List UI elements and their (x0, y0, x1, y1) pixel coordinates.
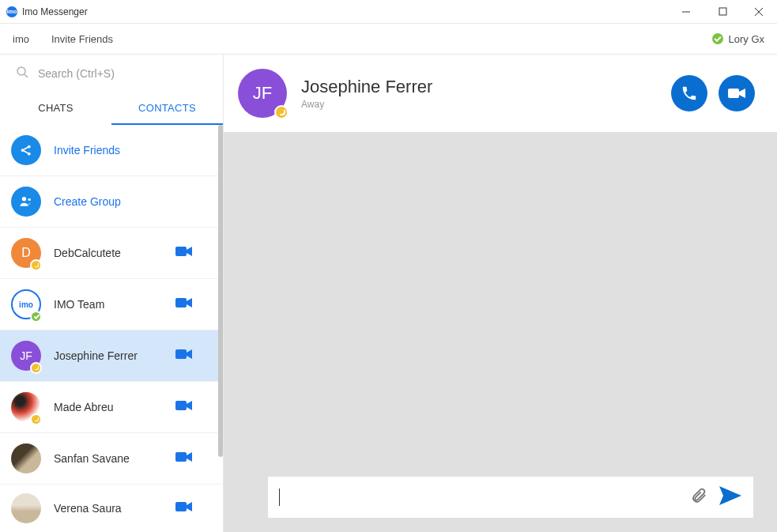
video-icon (727, 86, 746, 100)
send-button[interactable] (719, 485, 742, 509)
svg-line-9 (24, 147, 28, 149)
video-call-icon[interactable] (175, 399, 193, 415)
conversation-avatar[interactable]: JF (238, 69, 287, 118)
contact-row[interactable]: JF Josephine Ferrer (0, 330, 223, 382)
status-away-icon (274, 105, 289, 119)
window-titlebar: imo Imo Messenger (0, 0, 777, 24)
contact-name: Verena Saura (54, 502, 175, 515)
conversation-header: JF Josephine Ferrer Away (224, 55, 777, 132)
avatar (11, 443, 41, 474)
attach-button[interactable] (690, 487, 707, 507)
send-icon (719, 485, 742, 506)
avatar-initials: JF (253, 83, 272, 104)
menubar-left: imo Invite Friends (13, 33, 113, 45)
minimize-icon (681, 7, 691, 17)
svg-rect-17 (175, 452, 187, 462)
contact-name: Made Abreu (54, 401, 175, 413)
window-controls (668, 0, 777, 24)
user-status[interactable]: Lory Gx (712, 33, 764, 45)
status-online-icon (30, 311, 42, 323)
svg-rect-18 (175, 502, 187, 511)
avatar-letter: D (21, 246, 31, 260)
minimize-button[interactable] (668, 0, 704, 24)
sidebar: CHATS CONTACTS Invite Friends Create Gro… (0, 55, 224, 532)
menubar: imo Invite Friends Lory Gx (0, 24, 777, 54)
sidebar-action-label: Invite Friends (54, 144, 212, 157)
avatar-letter: JF (20, 349, 32, 362)
maximize-button[interactable] (704, 0, 741, 24)
svg-point-4 (17, 67, 25, 75)
window-title: Imo Messenger (22, 6, 88, 17)
contact-name: Josephine Ferrer (54, 349, 175, 362)
search-input[interactable] (38, 67, 207, 80)
video-call-button[interactable] (719, 75, 755, 111)
user-name: Lory Gx (728, 33, 764, 45)
avatar-letter: imo (19, 300, 33, 309)
close-button[interactable] (741, 0, 777, 24)
group-icon (11, 187, 41, 217)
search-icon (16, 66, 28, 81)
search-row (0, 55, 223, 92)
menu-invite-friends[interactable]: Invite Friends (51, 33, 113, 45)
contact-name: Sanfan Savane (54, 452, 175, 465)
tab-chats[interactable]: CHATS (0, 92, 111, 125)
sidebar-action-label: Create Group (54, 195, 212, 208)
app-logo-icon: imo (6, 6, 17, 17)
conversation-status: Away (301, 99, 657, 110)
contact-list: Invite Friends Create Group D DebCalcute… (0, 125, 223, 532)
contact-row[interactable]: D DebCalcutete (0, 228, 223, 279)
sidebar-action-create-group[interactable]: Create Group (0, 176, 223, 228)
close-icon (754, 7, 764, 17)
conversation-actions (671, 75, 755, 111)
conversation-pane: JF Josephine Ferrer Away (224, 55, 777, 532)
svg-rect-15 (175, 349, 187, 359)
svg-point-12 (28, 198, 31, 202)
message-input[interactable] (280, 491, 690, 504)
maximize-icon (719, 7, 727, 16)
svg-rect-1 (719, 8, 726, 15)
sidebar-tabs: CHATS CONTACTS (0, 92, 223, 125)
svg-rect-16 (175, 401, 187, 410)
contact-name: IMO Team (54, 298, 175, 311)
status-away-icon (30, 259, 42, 271)
contact-name: DebCalcutete (54, 247, 175, 259)
svg-line-5 (25, 74, 28, 77)
voice-call-button[interactable] (671, 75, 707, 111)
conversation-name: Josephine Ferrer (301, 77, 657, 97)
svg-rect-19 (728, 89, 739, 98)
menu-imo[interactable]: imo (13, 33, 29, 45)
share-icon (11, 135, 41, 165)
status-online-icon (712, 33, 723, 44)
contact-row[interactable]: Sanfan Savane (0, 433, 223, 485)
video-call-icon[interactable] (175, 451, 193, 466)
sidebar-action-invite[interactable]: Invite Friends (0, 125, 223, 176)
phone-icon (681, 85, 698, 102)
conversation-body (224, 132, 777, 532)
svg-rect-14 (175, 298, 187, 308)
conversation-title-block: Josephine Ferrer Away (301, 77, 657, 110)
paperclip-icon (690, 487, 707, 504)
contact-row[interactable]: Made Abreu (0, 382, 223, 433)
tab-contacts[interactable]: CONTACTS (111, 92, 223, 125)
video-call-icon[interactable] (175, 245, 193, 261)
video-call-icon[interactable] (175, 348, 193, 364)
compose-actions (690, 485, 742, 509)
scrollbar-thumb[interactable] (218, 125, 223, 457)
titlebar-left: imo Imo Messenger (6, 6, 88, 17)
status-away-icon (30, 413, 42, 425)
contact-row[interactable]: imo IMO Team (0, 279, 223, 330)
status-away-icon (30, 362, 42, 374)
svg-rect-13 (175, 247, 187, 256)
main-layout: CHATS CONTACTS Invite Friends Create Gro… (0, 54, 777, 532)
scrollbar[interactable] (217, 125, 223, 457)
svg-point-11 (22, 197, 26, 201)
avatar (11, 493, 41, 523)
svg-line-10 (24, 151, 28, 153)
contact-row[interactable]: Verena Saura (0, 485, 223, 518)
video-call-icon[interactable] (175, 500, 193, 516)
compose-box (268, 477, 753, 518)
video-call-icon[interactable] (175, 296, 193, 312)
